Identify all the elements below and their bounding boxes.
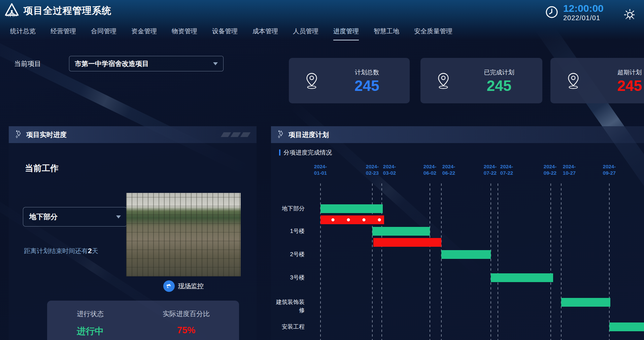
gantt-row-label: 建筑装饰装修 [271,298,305,314]
gantt-gridline [561,183,562,340]
nav-tab[interactable]: 物资管理 [172,27,197,40]
schedule-plan-panel: 项目进度计划 分项进度完成情况 2024-01-012024-02-232024… [271,126,644,340]
gantt-row-label: 3号楼 [271,274,305,282]
stat-label: 计划总数 [355,68,379,76]
project-select[interactable]: 市第一中学宿舍改造项目 [69,56,224,71]
nav-tabs: 统计总览经营管理合同管理资金管理物资管理设备管理成本管理人员管理进度管理智慧工地… [10,27,452,40]
location-pin-icon [420,58,466,103]
top-bar: 项目全过程管理系统 12:00:00 2022/01/01 [0,0,644,40]
current-project-label: 当前项目 [14,59,41,68]
gantt-chart: 2024-01-012024-02-232024-03-022024-06-02… [271,126,644,340]
stat-value: 245 [354,78,379,93]
panel-header: 项目实时进度 [9,126,257,143]
gantt-axis-label: 2024-02-23 [363,163,382,176]
nav-tab[interactable]: 智慧工地 [374,27,399,40]
gantt-bar-plan [320,204,383,213]
gantt-gridline [498,183,498,340]
panel-title: 项目实时进度 [26,130,67,139]
time-display: 12:00:00 [563,3,604,13]
chevron-down-icon [213,62,218,65]
current-work-title: 当前工作 [25,163,59,174]
gantt-gridline [490,183,491,340]
chevron-down-icon [116,215,121,218]
gantt-axis-label: 2024-06-22 [439,163,458,176]
clock-widget: 12:00:00 2022/01/01 [545,3,604,22]
stat-card-total-plans: 计划总数 245 [289,58,410,103]
project-select-value: 市第一中学宿舍改造项目 [75,59,149,68]
realtime-progress-panel: 项目实时进度 当前工作 地下部分 距离计划结束时间还有2天 现场监控 [9,126,257,340]
app-logo-icon [4,3,20,19]
nav-tab[interactable]: 经营管理 [50,27,76,40]
page-title: 项目全过程管理系统 [24,4,111,17]
gantt-row-label: 安装工程 [271,323,305,331]
gantt-bar-plan [609,322,644,331]
gantt-axis-label: 2024-06-02 [420,163,439,176]
gantt-row-label: 1号楼 [271,227,305,235]
gantt-bar-plan [561,298,610,307]
progress-percent-label: 实际进度百分比 [163,309,210,318]
gantt-bar-actual [373,238,441,247]
deadline-days: 2 [88,247,92,254]
stat-card-overdue-plans: 超期计划 245 [550,58,644,103]
location-pin-icon [550,58,596,103]
gantt-bar-actual [320,215,384,224]
diamond-cluster-icon [15,129,22,140]
stat-value: 245 [487,78,511,93]
status-label: 进行状态 [77,309,104,318]
gantt-axis-label: 2024-07-22 [481,163,500,176]
gantt-gridline [441,183,442,340]
gantt-axis-label: 2024-03-02 [380,163,399,176]
gantt-row-label: 2号楼 [271,250,305,259]
progress-percent-value: 75% [177,325,195,336]
deadline-text: 距离计划结束时间还有2天 [24,247,98,256]
nav-tab[interactable]: 人员管理 [293,27,318,40]
nav-tab[interactable]: 安全质量管理 [414,27,452,40]
gantt-axis-label: 2024-10-27 [560,163,579,176]
gantt-row-label: 地下部分 [271,205,305,213]
location-pin-icon [289,58,334,103]
gantt-gridline [609,183,610,340]
nav-tab-active[interactable]: 进度管理 [333,27,359,40]
site-monitor-link[interactable]: 现场监控 [178,282,204,291]
gantt-axis-label: 2024-07-22 [497,163,516,176]
site-monitor-row: 现场监控 [126,280,241,292]
gantt-axis-label: 2024-09-22 [541,163,560,176]
nav-tab[interactable]: 统计总览 [10,27,36,40]
clock-icon [545,5,558,20]
work-select[interactable]: 地下部分 [23,207,127,227]
cctv-camera-icon [163,280,175,292]
dashboard-page: 项目全过程管理系统 12:00:00 2022/01/01 [0,0,644,340]
gantt-bar-plan [372,227,430,236]
sun-icon[interactable] [624,9,636,22]
stat-card-completed-plans: 已完成计划 245 [420,58,542,103]
date-display: 2022/01/01 [563,14,604,22]
nav-tab[interactable]: 资金管理 [131,27,157,40]
brand: 项目全过程管理系统 [4,3,111,19]
gantt-gridline [550,183,551,340]
nav-tab[interactable]: 设备管理 [212,27,238,40]
work-select-value: 地下部分 [29,212,58,222]
status-box: 进行状态 进行中 实际进度百分比 75% [47,301,239,340]
gantt-bar-plan [491,273,553,282]
nav-tab[interactable]: 成本管理 [252,27,278,40]
status-value: 进行中 [77,325,104,337]
nav-tab[interactable]: 合同管理 [91,27,116,40]
stat-label: 超期计划 [617,68,642,76]
header-decoration [222,132,249,137]
gantt-gridline [430,183,430,340]
stat-label: 已完成计划 [484,68,514,76]
site-photo [126,193,241,276]
stat-value: 245 [617,78,642,93]
gantt-axis-label: 2024-01-01 [311,163,330,176]
gantt-bar-plan [441,250,491,259]
gantt-axis-label: 2024-09-27 [600,163,619,176]
